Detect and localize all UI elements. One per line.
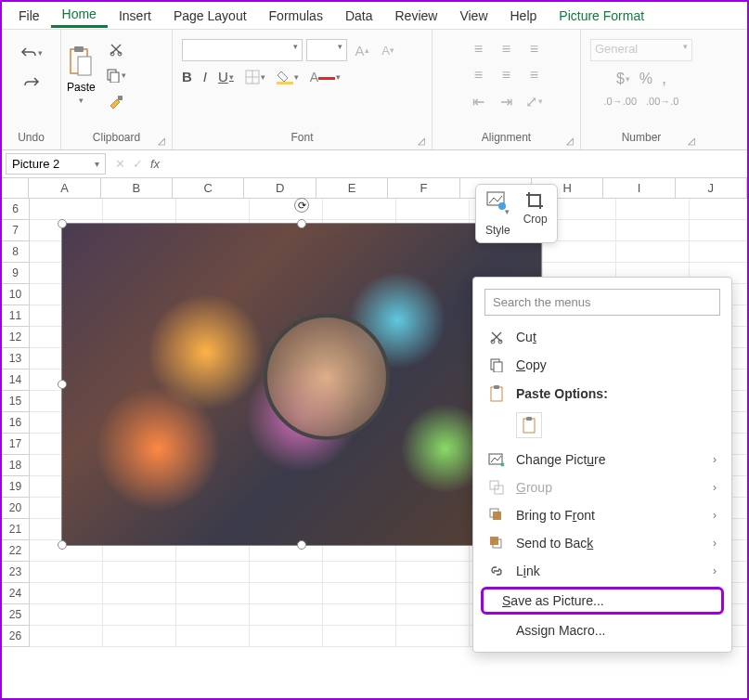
format-painter-button[interactable] — [105, 91, 127, 111]
clipboard-launcher-icon[interactable]: ◿ — [158, 136, 169, 147]
row-header[interactable]: 10 — [2, 284, 30, 305]
paste-dropdown[interactable]: ▾ — [79, 96, 84, 105]
col-header[interactable]: F — [388, 178, 459, 198]
ctx-bring-to-front[interactable]: Bring to Front › — [473, 501, 731, 529]
orientation-icon[interactable]: ⤢▾ — [523, 91, 546, 111]
align-middle-icon[interactable]: ≡ — [496, 39, 518, 59]
ctx-change-picture[interactable]: Change Picture › — [473, 446, 731, 473]
resize-handle[interactable] — [297, 219, 306, 228]
align-center-icon[interactable]: ≡ — [496, 65, 518, 85]
borders-button[interactable]: ▾ — [245, 70, 265, 84]
rotate-handle[interactable]: ⟳ — [294, 198, 309, 213]
row-header[interactable]: 12 — [2, 327, 30, 348]
increase-indent-icon[interactable]: ⇥ — [496, 91, 518, 111]
increase-font-icon[interactable]: A▴ — [351, 40, 373, 60]
col-header[interactable]: E — [316, 178, 388, 198]
col-header[interactable]: I — [603, 178, 675, 198]
align-left-icon[interactable]: ≡ — [468, 65, 490, 85]
decrease-indent-icon[interactable]: ⇤ — [468, 91, 490, 111]
menu-home[interactable]: Home — [51, 3, 108, 28]
row-header[interactable]: 26 — [2, 626, 30, 647]
row-header[interactable]: 14 — [2, 369, 30, 391]
row-header[interactable]: 11 — [2, 305, 30, 327]
font-name-combo[interactable]: ▾ — [182, 39, 303, 61]
italic-button[interactable]: I — [203, 69, 207, 84]
menu-help[interactable]: Help — [499, 5, 549, 27]
increase-decimal-icon[interactable]: .0→.00 — [604, 96, 637, 107]
menu-insert[interactable]: Insert — [108, 5, 162, 27]
col-header[interactable]: J — [676, 178, 747, 198]
decrease-decimal-icon[interactable]: .00→.0 — [646, 96, 678, 107]
row-header[interactable]: 13 — [2, 348, 30, 369]
resize-handle[interactable] — [58, 380, 67, 389]
col-header[interactable]: B — [101, 178, 173, 198]
row-header[interactable]: 16 — [2, 412, 30, 434]
inserted-picture[interactable]: ⟳ — [61, 223, 542, 546]
font-color-button[interactable]: A▾ — [310, 70, 341, 84]
alignment-launcher-icon[interactable]: ◿ — [566, 136, 577, 147]
row-header[interactable]: 20 — [2, 498, 30, 519]
row-header[interactable]: 15 — [2, 391, 30, 412]
row-header[interactable]: 17 — [2, 434, 30, 455]
col-header[interactable]: C — [173, 178, 244, 198]
menu-picture-format[interactable]: Picture Format — [548, 5, 655, 27]
ctx-link[interactable]: Link › — [473, 557, 731, 585]
decrease-font-icon[interactable]: A▾ — [377, 40, 399, 60]
comma-icon[interactable]: , — [662, 69, 666, 88]
paste-button[interactable] — [67, 45, 95, 79]
menu-review[interactable]: Review — [384, 5, 449, 27]
row-header[interactable]: 9 — [2, 263, 30, 284]
row-header[interactable]: 24 — [2, 583, 30, 604]
row-header[interactable]: 19 — [2, 476, 30, 498]
style-button[interactable]: ▾ Style — [485, 190, 510, 237]
redo-button[interactable] — [20, 72, 43, 93]
ctx-copy[interactable]: Copy — [473, 351, 731, 379]
font-launcher-icon[interactable]: ◿ — [418, 136, 429, 147]
crop-button[interactable]: Crop — [523, 190, 548, 237]
menu-file[interactable]: File — [7, 5, 51, 27]
chevron-down-icon[interactable]: ▾ — [95, 159, 99, 169]
enter-formula-icon[interactable]: ✓ — [133, 157, 143, 171]
resize-handle[interactable] — [297, 540, 306, 550]
name-box[interactable]: Picture 2 ▾ — [6, 153, 106, 175]
resize-handle[interactable] — [58, 219, 67, 228]
ctx-send-to-back[interactable]: Send to Back › — [473, 529, 731, 557]
paste-option-picture[interactable] — [516, 412, 542, 438]
font-size-combo[interactable]: ▾ — [306, 39, 347, 61]
bold-button[interactable]: B — [182, 69, 192, 84]
col-header[interactable]: A — [29, 178, 100, 198]
resize-handle[interactable] — [58, 540, 67, 550]
percent-icon[interactable]: % — [639, 71, 652, 87]
number-launcher-icon[interactable]: ◿ — [688, 136, 699, 147]
row-header[interactable]: 8 — [2, 241, 30, 263]
copy-button[interactable]: ▾ — [105, 65, 127, 85]
menu-formulas[interactable]: Formulas — [258, 5, 334, 27]
undo-button[interactable]: ▾ — [20, 43, 43, 63]
select-all-corner[interactable] — [2, 178, 29, 198]
align-right-icon[interactable]: ≡ — [523, 65, 546, 85]
ctx-cut[interactable]: Cut — [473, 323, 731, 351]
row-header[interactable]: 18 — [2, 455, 30, 476]
row-header[interactable]: 7 — [2, 220, 30, 241]
cut-button[interactable] — [105, 39, 127, 59]
row-header[interactable]: 6 — [2, 199, 30, 220]
search-menus-input[interactable]: Search the menus — [484, 289, 720, 316]
row-header[interactable]: 21 — [2, 519, 30, 540]
fx-icon[interactable]: fx — [150, 157, 160, 171]
ctx-save-as-picture[interactable]: Save as Picture... — [481, 587, 724, 615]
fill-color-button[interactable]: ▾ — [277, 70, 299, 84]
cancel-formula-icon[interactable]: ✕ — [115, 157, 125, 171]
align-bottom-icon[interactable]: ≡ — [523, 39, 546, 59]
ctx-assign-macro[interactable]: Assign Macro... — [473, 616, 731, 644]
menu-data[interactable]: Data — [334, 5, 384, 27]
row-header[interactable]: 25 — [2, 604, 30, 626]
menu-view[interactable]: View — [448, 5, 498, 27]
underline-button[interactable]: U▾ — [218, 69, 234, 84]
row-header[interactable]: 23 — [2, 562, 30, 583]
row-header[interactable]: 22 — [2, 540, 30, 562]
menu-page-layout[interactable]: Page Layout — [162, 5, 258, 27]
number-format-combo[interactable]: General▾ — [590, 39, 692, 61]
currency-icon[interactable]: $▾ — [616, 71, 630, 87]
col-header[interactable]: D — [244, 178, 316, 198]
align-top-icon[interactable]: ≡ — [468, 39, 490, 59]
